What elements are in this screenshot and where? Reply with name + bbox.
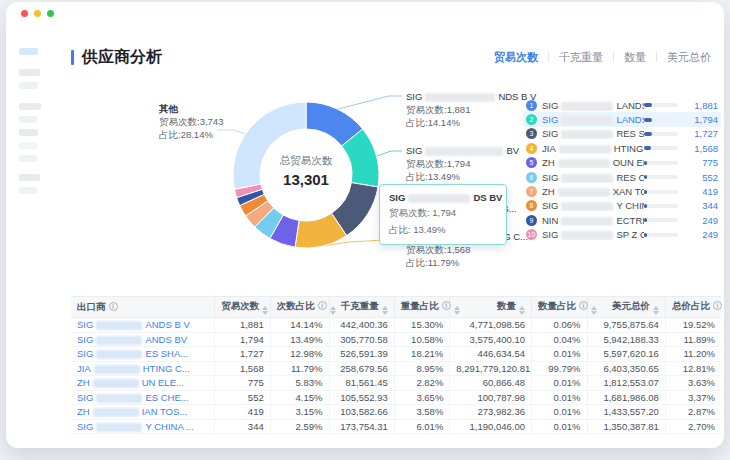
table-row: SIGY CHINA ...3442.59%173,754.316.01%1,1… bbox=[71, 419, 721, 434]
info-icon[interactable] bbox=[442, 301, 451, 310]
exporter-name-link[interactable]: SIGANDS B V bbox=[71, 318, 215, 333]
table-cell: 19.52% bbox=[665, 318, 721, 333]
table-cell: 1,681,986.08 bbox=[587, 390, 665, 405]
sort-icon[interactable] bbox=[382, 306, 388, 315]
table-cell: 1,727 bbox=[215, 347, 271, 362]
redaction-box bbox=[561, 202, 613, 211]
table-cell: 1,433,557.20 bbox=[587, 405, 665, 420]
ranking-row[interactable]: 9NINECTRIC ...249 bbox=[523, 213, 721, 227]
ranking-row[interactable]: 4JIAHTING C...1,568 bbox=[523, 141, 721, 155]
supplier-name: ZHXAN TOS... bbox=[542, 186, 644, 197]
metric-tabs: 贸易次数 千克重量 数量 美元总价 bbox=[484, 50, 721, 65]
ranking-row[interactable]: 5ZHOUN ELE...775 bbox=[523, 156, 721, 170]
exporter-name-link[interactable]: ZHUN ELE... bbox=[71, 376, 215, 391]
table-cell: 446,634.54 bbox=[450, 347, 532, 362]
minimize-window-icon[interactable] bbox=[34, 10, 41, 17]
table-cell: 1,812,553.07 bbox=[587, 376, 665, 391]
ranking-row[interactable]: 1SIGLANDS B V1,881 bbox=[523, 98, 721, 112]
table-cell: 1,794 bbox=[215, 332, 271, 347]
info-icon[interactable] bbox=[318, 301, 327, 310]
info-icon[interactable] bbox=[579, 301, 588, 310]
redaction-box bbox=[561, 174, 613, 183]
info-icon[interactable] bbox=[109, 302, 118, 311]
sort-icon[interactable] bbox=[591, 306, 597, 315]
ranking-row[interactable]: 3SIGRES SHA...1,727 bbox=[523, 127, 721, 141]
sidebar-skeleton-item bbox=[19, 187, 37, 194]
rank-badge: 2 bbox=[526, 114, 537, 125]
exporter-name-link[interactable]: SIGANDS BV bbox=[71, 332, 215, 347]
table-cell: 3,575,400.10 bbox=[450, 332, 532, 347]
close-window-icon[interactable] bbox=[21, 10, 28, 17]
exporter-name-link[interactable]: JIAHTING C... bbox=[71, 361, 215, 376]
tab-usd-total[interactable]: 美元总价 bbox=[657, 50, 721, 65]
tab-quantity[interactable]: 数量 bbox=[614, 50, 656, 65]
rank-badge: 10 bbox=[526, 229, 537, 240]
redaction-box bbox=[94, 365, 140, 374]
rank-badge: 1 bbox=[526, 100, 537, 111]
rank-bar bbox=[644, 175, 678, 179]
sidebar-skeleton-item bbox=[19, 116, 37, 123]
redaction-box bbox=[96, 423, 142, 432]
ranking-row[interactable]: 10SIGSP Z O O249 bbox=[523, 228, 721, 242]
column-header[interactable]: 数量 bbox=[450, 297, 532, 318]
redaction-box bbox=[561, 130, 613, 139]
column-header[interactable]: 美元总价 bbox=[587, 297, 665, 318]
redaction-box bbox=[561, 102, 613, 111]
exporter-name-link[interactable]: ZHIAN TOS... bbox=[71, 405, 215, 420]
column-header[interactable]: 次数占比 bbox=[270, 297, 329, 318]
ranking-row[interactable]: 8SIGY CHINA ...344 bbox=[523, 199, 721, 213]
exporter-name-link[interactable]: SIGES CHE... bbox=[71, 390, 215, 405]
column-header[interactable]: 千克重量 bbox=[329, 297, 394, 318]
rank-bar bbox=[644, 190, 678, 194]
exporter-name-link[interactable]: SIGY CHINA ... bbox=[71, 419, 215, 434]
sidebar-skeleton-item bbox=[19, 48, 38, 55]
table-cell: 3.37% bbox=[665, 390, 721, 405]
ranking-row[interactable]: 2SIGLANDS BV1,794 bbox=[523, 112, 721, 126]
table-row: SIGANDS BV1,79413.49%305,770.5810.58%3,5… bbox=[71, 332, 721, 347]
rank-badge: 8 bbox=[526, 200, 537, 211]
table-cell: 18.21% bbox=[394, 347, 450, 362]
ranking-row[interactable]: 6SIGRES CHE...552 bbox=[523, 170, 721, 184]
page-title: 供应商分析 bbox=[71, 47, 162, 68]
column-header[interactable]: 重量占比 bbox=[394, 297, 450, 318]
table-cell: 105,552.93 bbox=[329, 390, 394, 405]
redaction-box bbox=[96, 350, 142, 359]
exporter-name-link[interactable]: SIGES SHA... bbox=[71, 347, 215, 362]
info-icon[interactable] bbox=[713, 301, 722, 310]
column-header[interactable]: 数量占比 bbox=[531, 297, 587, 318]
sort-icon[interactable] bbox=[653, 306, 659, 315]
rank-bar bbox=[644, 204, 678, 208]
table-cell: 6,403,350.65 bbox=[587, 361, 665, 376]
sidebar-skeleton-item bbox=[19, 155, 37, 162]
table-cell: 552 bbox=[215, 390, 271, 405]
table-cell: 442,400.36 bbox=[329, 318, 394, 333]
rank-value: 249 bbox=[686, 229, 718, 240]
sidebar-skeleton-item bbox=[19, 69, 40, 76]
sort-icon[interactable] bbox=[454, 306, 460, 315]
table-cell: 0.06% bbox=[531, 318, 587, 333]
column-header[interactable]: 贸易次数 bbox=[215, 297, 271, 318]
tab-trade-count[interactable]: 贸易次数 bbox=[484, 50, 548, 65]
table-cell: 2.87% bbox=[665, 405, 721, 420]
sort-icon[interactable] bbox=[262, 306, 268, 315]
supplier-name: SIGRES CHE... bbox=[542, 172, 644, 183]
sort-icon[interactable] bbox=[519, 306, 525, 315]
table-cell: 2.59% bbox=[270, 419, 329, 434]
table-cell: 81,561.45 bbox=[329, 376, 394, 391]
leader-line-2 bbox=[377, 151, 402, 156]
table-cell: 14.14% bbox=[270, 318, 329, 333]
tab-kg-weight[interactable]: 千克重量 bbox=[549, 50, 613, 65]
sort-icon[interactable] bbox=[330, 306, 336, 315]
table-cell: 4.15% bbox=[270, 390, 329, 405]
column-header[interactable]: 总价占比 bbox=[665, 297, 721, 318]
table-cell: 3.15% bbox=[270, 405, 329, 420]
ranking-row[interactable]: 7ZHXAN TOS...419 bbox=[523, 184, 721, 198]
maximize-window-icon[interactable] bbox=[47, 10, 54, 17]
table-row: JIAHTING C...1,56811.79%258,679.568.95%8… bbox=[71, 361, 721, 376]
column-header: 出口商 bbox=[71, 297, 215, 318]
table-cell: 1,350,387.81 bbox=[587, 419, 665, 434]
table-cell: 13.49% bbox=[270, 332, 329, 347]
table-cell: 3.63% bbox=[665, 376, 721, 391]
table-cell: 0.01% bbox=[531, 376, 587, 391]
callout-other: 其他 贸易次数:3,743 占比:28.14% bbox=[159, 102, 223, 141]
